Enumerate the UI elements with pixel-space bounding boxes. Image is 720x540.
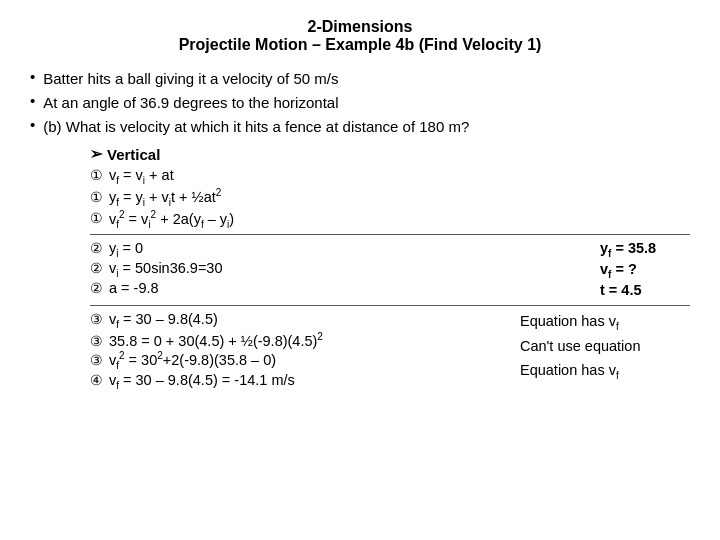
col-right: yf = 35.8 vf = ? t = 4.5 <box>600 240 690 300</box>
note-row: Can't use equation <box>520 336 690 358</box>
equation-row: ② a = -9.8 <box>90 280 580 296</box>
equation-text: yf = yi + vit + ½at2 <box>109 187 221 208</box>
circle-num: ③ <box>90 333 103 349</box>
equation-text: vf2 = vi2 + 2a(yf – yi) <box>109 209 234 230</box>
two-col-section: ② yi = 0 ② vi = 50sin36.9=30 ② a = -9.8 … <box>90 240 690 300</box>
note-text: Can't use equation <box>520 338 640 354</box>
col-equations: ③ vf = 30 – 9.8(4.5) ③ 35.8 = 0 + 30(4.5… <box>90 311 520 391</box>
bullet-dot: • <box>30 92 35 109</box>
circle-num: ② <box>90 260 103 276</box>
three-col-section: ③ vf = 30 – 9.8(4.5) ③ 35.8 = 0 + 30(4.5… <box>90 311 690 391</box>
header: 2-Dimensions Projectile Motion – Example… <box>30 18 690 54</box>
equation-text: yi = 0 <box>109 240 143 259</box>
note-row: Equation has vf <box>520 360 690 383</box>
bullet-text: At an angle of 36.9 degrees to the horiz… <box>43 92 338 113</box>
note-text: Equation has vf <box>520 313 619 329</box>
vertical-header: ➢ Vertical <box>90 145 690 163</box>
equation-text: vf2 = 302+2(-9.8)(35.8 – 0) <box>109 350 276 371</box>
equation-row: ④ vf = 30 – 9.8(4.5) = -14.1 m/s <box>90 372 520 391</box>
header-title-line2: Projectile Motion – Example 4b (Find Vel… <box>30 36 690 54</box>
result-row: t = 4.5 <box>600 282 690 298</box>
bullet-dot: • <box>30 68 35 85</box>
equation-row: ② vi = 50sin36.9=30 <box>90 260 580 279</box>
circle-num: ① <box>90 210 103 226</box>
circle-num: ① <box>90 189 103 205</box>
note-text: Equation has vf <box>520 362 619 378</box>
result-text: t = 4.5 <box>600 282 642 298</box>
section-block: ➢ Vertical ① vf = vi + at ① yf = yi + vi… <box>90 145 690 391</box>
col-notes: Equation has vf Can't use equation Equat… <box>520 311 690 385</box>
equation-row: ② yi = 0 <box>90 240 580 259</box>
equation-row: ① vf2 = vi2 + 2a(yf – yi) <box>90 209 690 230</box>
bullet-text: (b) What is velocity at which it hits a … <box>43 116 469 137</box>
equation-row: ③ vf = 30 – 9.8(4.5) <box>90 311 520 330</box>
equation-row: ① vf = vi + at <box>90 167 690 186</box>
result-row: yf = 35.8 <box>600 240 690 259</box>
result-text: vf = ? <box>600 261 637 277</box>
result-text: yf = 35.8 <box>600 240 656 256</box>
vertical-label: Vertical <box>107 146 160 163</box>
circle-num: ① <box>90 167 103 183</box>
equation-text: 35.8 = 0 + 30(4.5) + ½(-9.8)(4.5)2 <box>109 331 323 349</box>
equation-row: ③ 35.8 = 0 + 30(4.5) + ½(-9.8)(4.5)2 <box>90 331 520 349</box>
equation-text: vf = vi + at <box>109 167 174 186</box>
equation-row: ③ vf2 = 302+2(-9.8)(35.8 – 0) <box>90 350 520 371</box>
list-item: • (b) What is velocity at which it hits … <box>30 116 690 137</box>
equation-text: a = -9.8 <box>109 280 159 296</box>
circle-num: ② <box>90 280 103 296</box>
equation-text: vf = 30 – 9.8(4.5) <box>109 311 218 330</box>
circle-num: ④ <box>90 372 103 388</box>
equation-text: vf = 30 – 9.8(4.5) = -14.1 m/s <box>109 372 295 391</box>
circle-num: ③ <box>90 311 103 327</box>
equation-row: ① yf = yi + vit + ½at2 <box>90 187 690 208</box>
header-title-line1: 2-Dimensions <box>30 18 690 36</box>
circle-num: ③ <box>90 352 103 368</box>
content-area: • Batter hits a ball giving it a velocit… <box>30 68 690 530</box>
col-left: ② yi = 0 ② vi = 50sin36.9=30 ② a = -9.8 <box>90 240 580 297</box>
list-item: • Batter hits a ball giving it a velocit… <box>30 68 690 89</box>
arrow-icon: ➢ <box>90 145 103 163</box>
divider <box>90 234 690 235</box>
equation-text: vi = 50sin36.9=30 <box>109 260 223 279</box>
note-row: Equation has vf <box>520 311 690 334</box>
list-item: • At an angle of 36.9 degrees to the hor… <box>30 92 690 113</box>
circle-num: ② <box>90 240 103 256</box>
result-row: vf = ? <box>600 261 690 280</box>
equations-group1: ① vf = vi + at ① yf = yi + vit + ½at2 ① … <box>90 167 690 229</box>
bullet-text: Batter hits a ball giving it a velocity … <box>43 68 338 89</box>
page: 2-Dimensions Projectile Motion – Example… <box>0 0 720 540</box>
divider <box>90 305 690 306</box>
bullet-list: • Batter hits a ball giving it a velocit… <box>30 68 690 137</box>
bullet-dot: • <box>30 116 35 133</box>
